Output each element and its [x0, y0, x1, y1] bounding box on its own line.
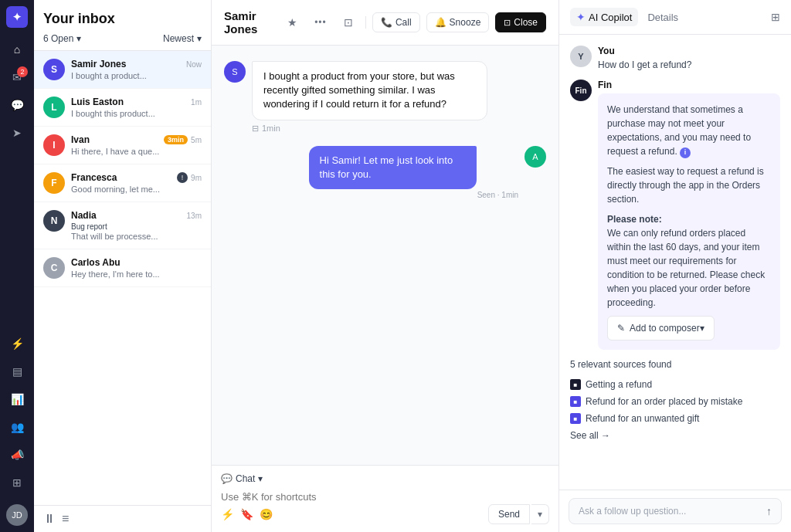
- composer-bookmark-icon[interactable]: 🔖: [240, 508, 253, 520]
- star-button[interactable]: ★: [282, 12, 304, 33]
- ai-copilot-panel: ✦ AI Copilot Details ⊞ Y You How do I ge…: [559, 0, 791, 532]
- grid-nav-icon[interactable]: ⊞: [5, 470, 29, 495]
- see-all-button[interactable]: See all →: [570, 430, 780, 441]
- conversation-avatar-francesca: F: [43, 172, 65, 194]
- composer-emoji-icon[interactable]: 😊: [260, 508, 273, 520]
- chat-contact-name: Samir Jones: [224, 9, 276, 36]
- source-item-2[interactable]: ■ Refund for an order placed by mistake: [570, 393, 780, 410]
- ai-info-icon: i: [680, 147, 691, 158]
- conversation-item-luis[interactable]: L Luis Easton 1m I bought this product..…: [34, 89, 211, 127]
- layers-nav-icon[interactable]: ▤: [5, 359, 29, 384]
- megaphone-nav-icon[interactable]: 📣: [5, 442, 29, 467]
- add-to-composer-button[interactable]: ✎ Add to composer ▾: [607, 316, 715, 341]
- conversation-item-carlos[interactable]: C Carlos Abu Hey there, I'm here to...: [34, 249, 211, 287]
- composer-type-button[interactable]: 💬 Chat ▾: [221, 473, 263, 484]
- sort-chevron-icon: ▾: [197, 33, 202, 44]
- inbox-badge: 2: [17, 66, 28, 77]
- ai-followup-input[interactable]: [579, 506, 760, 517]
- ai-content: Y You How do I get a refund? Fin Fin We …: [559, 35, 791, 490]
- source-icon-3: ■: [570, 413, 581, 424]
- ai-response-bubble: We understand that sometimes a purchase …: [598, 93, 780, 350]
- inbox-bottom-bar: ⏸ ≡: [34, 505, 211, 532]
- conversation-preview-nadia: That will be processe...: [71, 232, 202, 241]
- send-button[interactable]: Send: [488, 504, 530, 524]
- conversation-name-nadia: Nadia: [71, 210, 97, 221]
- ai-user-message: Y You How do I get a refund?: [570, 46, 780, 70]
- chart-nav-icon[interactable]: 📊: [5, 387, 29, 412]
- send-dropdown-button[interactable]: ▾: [531, 504, 549, 524]
- composer-lightning-icon[interactable]: ⚡: [221, 508, 234, 520]
- source-item-1[interactable]: ■ Getting a refund: [570, 376, 780, 393]
- conversation-name-francesca: Francesca: [71, 172, 117, 183]
- chat-type-icon: 💬: [221, 473, 233, 484]
- open-chevron-icon: ▾: [76, 33, 81, 44]
- inbox-panel: Your inbox 6 Open ▾ Newest ▾ S Samir Jon…: [34, 0, 212, 532]
- ai-send-button[interactable]: ↑: [766, 505, 772, 517]
- archive-button[interactable]: ⊡: [338, 12, 359, 33]
- details-tab[interactable]: Details: [641, 8, 684, 26]
- snooze-button[interactable]: 🔔 Snooze: [426, 12, 490, 32]
- conversation-name-luis: Luis Easton: [71, 97, 124, 107]
- conversation-time-luis: 1m: [191, 98, 202, 107]
- more-button[interactable]: •••: [310, 12, 331, 33]
- composer-input[interactable]: [221, 489, 549, 504]
- lightning-nav-icon[interactable]: ⚡: [5, 331, 29, 356]
- user-avatar[interactable]: JD: [6, 504, 28, 526]
- source-text-3: Refund for an unwanted gift: [586, 413, 699, 424]
- edit-icon: ✎: [617, 323, 625, 334]
- ai-response-text-1: We understand that sometimes a purchase …: [607, 103, 771, 158]
- message-row-incoming: S I bought a product from your store, bu…: [224, 61, 546, 134]
- conversation-item-ivan[interactable]: I Ivan 3min 5m Hi there, I have a que...: [34, 127, 211, 164]
- open-filter-button[interactable]: 6 Open ▾: [43, 33, 81, 44]
- chat-composer: 💬 Chat ▾ ⚡ 🔖 😊 Send ▾: [212, 465, 558, 532]
- send-nav-icon[interactable]: ➤: [5, 120, 29, 145]
- source-icon-1: ■: [570, 379, 581, 390]
- source-item-3[interactable]: ■ Refund for an unwanted gift: [570, 410, 780, 427]
- conversation-name-carlos: Carlos Abu: [71, 257, 121, 268]
- chat-panel: Samir Jones ★ ••• ⊡ 📞 Call 🔔 Snooze ⊡ Cl…: [212, 0, 559, 532]
- composer-chevron-icon: ▾: [258, 473, 263, 484]
- conversation-name-ivan: Ivan: [71, 134, 90, 145]
- ai-user-text: How do I get a refund?: [598, 59, 780, 70]
- ai-user-sender: You: [598, 46, 780, 56]
- conversation-item-francesca[interactable]: F Francesca ! 9m Good morning, let me...: [34, 164, 211, 202]
- conversation-preview-francesca: Good morning, let me...: [71, 185, 202, 194]
- conversation-name-samir: Samir Jones: [71, 59, 126, 69]
- home-nav-icon[interactable]: ⌂: [5, 37, 29, 62]
- ai-copilot-tab[interactable]: ✦ AI Copilot: [570, 8, 638, 26]
- menu-icon[interactable]: ≡: [62, 512, 69, 526]
- users-nav-icon[interactable]: 👥: [5, 415, 29, 439]
- panel-expand-icon[interactable]: ⊞: [771, 11, 780, 23]
- call-icon: 📞: [381, 17, 392, 28]
- conversation-list: S Samir Jones Now I bought a product... …: [34, 51, 211, 505]
- conversation-item-samir[interactable]: S Samir Jones Now I bought a product...: [34, 51, 211, 89]
- inbox-nav-icon[interactable]: ✉ 2: [5, 65, 29, 90]
- source-text-1: Getting a refund: [586, 379, 652, 390]
- sort-filter-button[interactable]: Newest ▾: [163, 33, 202, 44]
- conversation-avatar-luis: L: [43, 97, 65, 118]
- conversation-time-nadia: 13m: [187, 212, 202, 220]
- conversation-avatar-nadia: N: [43, 210, 65, 232]
- message-bubble-incoming: I bought a product from your store, but …: [252, 61, 487, 120]
- conversation-preview-luis: I bought this product...: [71, 109, 202, 118]
- snooze-icon: 🔔: [435, 17, 446, 28]
- source-text-2: Refund for an order placed by mistake: [586, 396, 742, 407]
- message-avatar-samir: S: [224, 61, 246, 83]
- ai-response-text-2: The easiest way to request a refund is d…: [607, 164, 771, 206]
- chat-header: Samir Jones ★ ••• ⊡ 📞 Call 🔔 Snooze ⊡ Cl…: [212, 0, 558, 46]
- conversation-preview-samir: I bought a product...: [71, 71, 202, 80]
- message-meta-outgoing: Seen · 1min: [309, 191, 518, 199]
- ivan-timer-badge: 3min: [164, 135, 188, 144]
- call-button[interactable]: 📞 Call: [372, 12, 420, 32]
- ai-panel-footer: ↑: [559, 490, 791, 532]
- ai-fin-avatar: Fin: [570, 80, 592, 101]
- conversation-avatar-ivan: I: [43, 134, 65, 156]
- pause-icon[interactable]: ⏸: [43, 512, 56, 526]
- conversation-item-nadia[interactable]: N Nadia 13m Bug report That will be proc…: [34, 202, 211, 249]
- conversation-time-ivan: 5m: [191, 136, 202, 144]
- ai-user-avatar: Y: [570, 46, 592, 67]
- conversation-preview-carlos: Hey there, I'm here to...: [71, 269, 202, 279]
- ai-panel-header: ✦ AI Copilot Details ⊞: [559, 0, 791, 35]
- chat-nav-icon[interactable]: 💬: [5, 93, 29, 117]
- close-button[interactable]: ⊡ Close: [495, 12, 546, 32]
